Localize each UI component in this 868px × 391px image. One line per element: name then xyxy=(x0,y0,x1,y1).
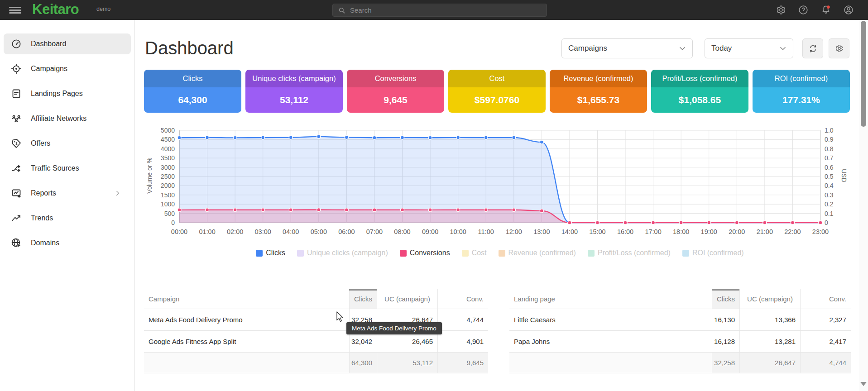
legend-item-unique-clicks-campaign-[interactable]: Unique clicks (campaign) xyxy=(297,249,388,257)
table-row[interactable]: Little Caesars16,13013,3662,327 xyxy=(509,309,851,331)
sidebar-item-label: Landings Pages xyxy=(31,90,83,98)
report-icon xyxy=(11,188,22,199)
scroll-down-arrow-icon[interactable] xyxy=(860,382,867,386)
cell: Meta Ads Food Delivery Promo xyxy=(144,309,349,330)
sidebar-item-offers[interactable]: Offers xyxy=(4,133,131,154)
sidebar-item-domains[interactable]: Domains xyxy=(4,233,131,253)
sidebar-item-trends[interactable]: Trends xyxy=(4,208,131,229)
sidebar-item-label: Traffic Sources xyxy=(31,164,79,172)
cell: 9,645 xyxy=(437,353,488,373)
table-row[interactable]: Papa Johns16,12813,2812,417 xyxy=(509,331,851,353)
x-axis-tick: 22:00 xyxy=(778,228,806,235)
sidebar-item-reports[interactable]: Reports xyxy=(4,183,131,204)
x-axis-tick: 18:00 xyxy=(667,228,695,235)
metric-value: $1,058.65 xyxy=(651,87,748,113)
legend-label: Unique clicks (campaign) xyxy=(307,249,388,257)
legend-swatch xyxy=(499,250,505,257)
x-axis-tick: 11:00 xyxy=(472,228,500,235)
sort-indicator xyxy=(349,289,377,291)
cell: 13,366 xyxy=(739,309,800,330)
hamburger-menu-icon[interactable] xyxy=(9,7,21,14)
legend-swatch xyxy=(256,250,263,257)
y-axis-tick: 5000 xyxy=(151,127,175,134)
cell: Papa Johns xyxy=(509,331,712,352)
sidebar-item-traffic-sources[interactable]: Traffic Sources xyxy=(4,158,131,179)
cell: Little Caesars xyxy=(509,309,712,330)
y2-axis-tick: 0.4 xyxy=(825,182,833,189)
column-header[interactable]: Landing page xyxy=(509,289,712,309)
sidebar-item-dashboard[interactable]: Dashboard xyxy=(4,33,131,54)
legend-swatch xyxy=(682,250,689,257)
legend-item-revenue-confirmed-[interactable]: Revenue (confirmed) xyxy=(499,249,576,257)
column-header[interactable]: Conv. xyxy=(437,289,488,309)
split-icon xyxy=(11,163,22,174)
refresh-button[interactable] xyxy=(802,38,823,58)
column-header[interactable]: Clicks xyxy=(712,289,739,309)
sidebar-item-landings-pages[interactable]: Landings Pages xyxy=(4,83,131,104)
x-axis-tick: 15:00 xyxy=(583,228,611,235)
legend-label: Clicks xyxy=(266,249,285,257)
cell: 64,300 xyxy=(349,353,377,373)
y-axis-tick: 3000 xyxy=(151,164,175,171)
search-icon xyxy=(338,6,346,14)
metric-value: 64,300 xyxy=(144,87,241,113)
gear-icon[interactable] xyxy=(775,5,786,15)
metric-card-roi-confirmed-: ROI (confirmed)177.31% xyxy=(753,70,850,113)
y-axis-tick: 2000 xyxy=(151,182,175,189)
legend-swatch xyxy=(297,250,304,257)
y2-axis-tick: 0.1 xyxy=(825,210,833,217)
cell: 32,258 xyxy=(712,353,739,373)
global-search[interactable] xyxy=(332,4,547,17)
x-axis-tick: 10:00 xyxy=(444,228,472,235)
sidebar-item-affiliate-networks[interactable]: Affiliate Networks xyxy=(4,108,131,129)
metric-card-clicks: Clicks64,300 xyxy=(144,70,241,113)
y2-axis-tick: 1.0 xyxy=(825,127,833,134)
table-header-row: Landing pageClicksUC (campaign)Conv. xyxy=(509,289,851,309)
bell-icon[interactable] xyxy=(820,5,831,15)
search-input[interactable] xyxy=(350,6,531,14)
help-icon[interactable] xyxy=(798,5,809,15)
sidebar-item-campaigns[interactable]: Campaigns xyxy=(4,58,131,79)
column-header[interactable]: Clicks xyxy=(349,289,377,309)
table-footer: 32,25826,6474,744 xyxy=(509,353,851,373)
x-axis-tick: 13:00 xyxy=(528,228,556,235)
chevron-right-icon xyxy=(114,189,122,197)
chart-settings-button[interactable] xyxy=(829,38,849,58)
gauge-icon xyxy=(11,38,22,49)
column-header[interactable]: UC (campaign) xyxy=(739,289,800,309)
x-axis-tick: 14:00 xyxy=(556,228,584,235)
scrollbar-thumb[interactable] xyxy=(861,21,866,127)
legend-item-clicks[interactable]: Clicks xyxy=(256,249,285,257)
cell: 4,744 xyxy=(800,353,851,373)
y2-axis-title: USD xyxy=(840,169,848,182)
globe-icon xyxy=(11,238,22,248)
column-header[interactable]: UC (campaign) xyxy=(377,289,437,309)
date-range-select[interactable]: Today xyxy=(705,38,793,58)
column-header[interactable]: Campaign xyxy=(144,289,349,309)
legend-item-conversions[interactable]: Conversions xyxy=(400,249,450,257)
y2-axis-tick: 0.2 xyxy=(825,200,833,208)
metric-label: Profit/Loss (confirmed) xyxy=(651,70,748,87)
metric-value: 9,645 xyxy=(347,87,444,113)
legend-item-cost[interactable]: Cost xyxy=(462,249,487,257)
x-axis-tick: 07:00 xyxy=(360,228,388,235)
app-logo: Keitaro xyxy=(32,1,79,18)
y-axis-tick: 0 xyxy=(151,219,175,226)
y2-axis-tick: 0.8 xyxy=(825,145,833,153)
legend-item-profit-loss-confirmed-[interactable]: Profit/Loss (confirmed) xyxy=(588,249,671,257)
y-axis-tick: 4000 xyxy=(151,145,175,153)
page-title: Dashboard xyxy=(145,38,234,58)
mouse-cursor xyxy=(335,311,345,323)
y2-axis-tick: 0.7 xyxy=(825,154,833,162)
column-header[interactable]: Conv. xyxy=(800,289,851,309)
user-icon[interactable] xyxy=(843,5,854,15)
metric-card-cost: Cost$597.0760 xyxy=(448,70,546,113)
row-tooltip: Meta Ads Food Delivery Promo xyxy=(346,322,442,334)
y-axis-tick: 500 xyxy=(151,210,175,217)
legend-item-roi-confirmed-[interactable]: ROI (confirmed) xyxy=(682,249,744,257)
entity-select[interactable]: Campaigns xyxy=(561,38,693,58)
legend-label: Revenue (confirmed) xyxy=(508,249,576,257)
y2-axis-tick: 0.6 xyxy=(825,164,833,171)
cell xyxy=(144,353,349,373)
sidebar-item-label: Reports xyxy=(31,189,56,197)
